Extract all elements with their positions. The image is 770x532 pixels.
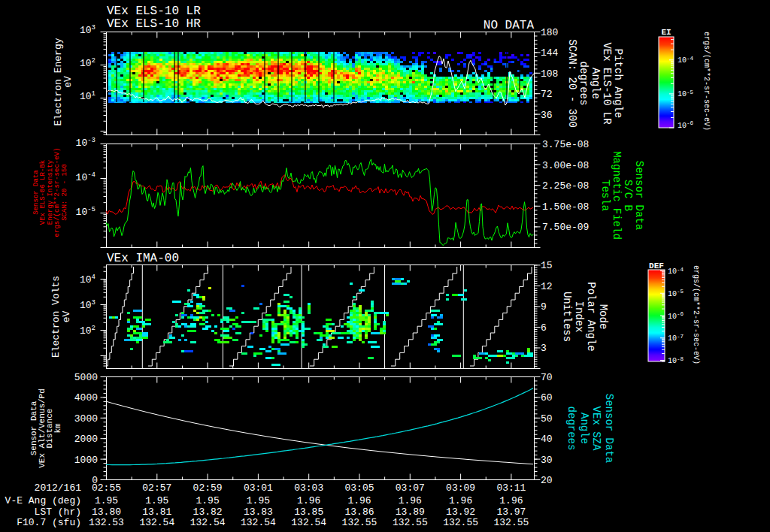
svg-text:144: 144 <box>541 47 559 59</box>
svg-text:13.80: 13.80 <box>92 506 121 518</box>
svg-text:132.54: 132.54 <box>241 517 276 528</box>
svg-text:132.54: 132.54 <box>190 517 226 528</box>
svg-text:Magnetic Field: Magnetic Field <box>611 151 623 240</box>
svg-text:1.96: 1.96 <box>399 495 422 506</box>
svg-text:ergs/(cm**2-sr-sec-eV): ergs/(cm**2-sr-sec-eV) <box>692 265 700 364</box>
svg-text:50: 50 <box>541 413 553 425</box>
svg-text:180: 180 <box>541 27 558 38</box>
svg-text:Mode: Mode <box>597 304 609 330</box>
svg-text:13.92: 13.92 <box>446 506 475 518</box>
svg-text:03:07: 03:07 <box>396 482 425 494</box>
svg-text:2.25e-08: 2.25e-08 <box>542 180 589 192</box>
svg-text:40: 40 <box>541 434 553 445</box>
svg-text:13.89: 13.89 <box>396 506 425 518</box>
svg-text:10-8: 10-8 <box>668 356 684 366</box>
svg-text:Tesla: Tesla <box>599 180 611 211</box>
svg-text:103: 103 <box>80 24 95 36</box>
svg-text:03:11: 03:11 <box>496 482 526 494</box>
svg-text:13.86: 13.86 <box>344 506 374 518</box>
svg-text:Sensor Data: Sensor Data <box>633 161 645 230</box>
svg-text:02:57: 02:57 <box>142 482 171 494</box>
svg-text:Angle: Angle <box>590 68 602 99</box>
svg-text:eV: eV <box>61 311 72 323</box>
svg-text:132.53: 132.53 <box>89 517 124 528</box>
svg-text:20: 20 <box>541 475 553 486</box>
svg-text:1.96: 1.96 <box>347 495 371 506</box>
svg-text:VEx ELS-10 HR: VEx ELS-10 HR <box>107 17 201 31</box>
svg-text:9: 9 <box>541 301 547 313</box>
svg-text:Angle: Angle <box>578 413 590 444</box>
svg-text:3: 3 <box>541 343 547 354</box>
svg-text:132.54: 132.54 <box>139 517 174 528</box>
svg-text:1.95: 1.95 <box>196 495 219 506</box>
svg-text:03:09: 03:09 <box>446 482 475 494</box>
svg-text:02:55: 02:55 <box>92 482 121 494</box>
svg-text:1.95: 1.95 <box>95 495 118 506</box>
svg-text:70: 70 <box>541 372 553 383</box>
svg-text:2012/161: 2012/161 <box>35 482 82 494</box>
svg-text:7.50e-09: 7.50e-09 <box>542 222 589 233</box>
svg-text:10-5: 10-5 <box>76 206 95 218</box>
svg-text:VEx ELS-10 LR: VEx ELS-10 LR <box>107 5 201 18</box>
svg-text:108: 108 <box>541 68 558 80</box>
svg-text:km: km <box>53 423 62 434</box>
svg-text:NO DATA: NO DATA <box>484 19 535 32</box>
svg-text:104: 104 <box>80 274 95 286</box>
svg-text:03:03: 03:03 <box>294 482 323 494</box>
svg-text:4000: 4000 <box>74 392 98 404</box>
svg-text:1000: 1000 <box>74 455 98 466</box>
svg-text:13.81: 13.81 <box>142 506 171 518</box>
svg-text:Sensor Data: Sensor Data <box>603 394 615 463</box>
svg-text:1.96: 1.96 <box>449 495 472 506</box>
svg-text:VEx ELS-10 LR: VEx ELS-10 LR <box>601 42 613 125</box>
svg-text:10-6: 10-6 <box>668 311 684 321</box>
svg-text:3000: 3000 <box>74 413 98 425</box>
svg-text:03:05: 03:05 <box>344 482 374 494</box>
svg-text:1.96: 1.96 <box>499 495 523 506</box>
svg-text:DEF: DEF <box>649 261 664 271</box>
svg-text:13.97: 13.97 <box>496 506 526 518</box>
svg-text:132.55: 132.55 <box>342 517 377 528</box>
svg-text:1.95: 1.95 <box>247 495 270 506</box>
svg-text:Electron Volts: Electron Volts <box>50 276 62 358</box>
svg-text:102: 102 <box>80 57 95 69</box>
svg-text:13.83: 13.83 <box>244 506 273 518</box>
svg-text:60: 60 <box>541 392 553 404</box>
svg-text:V-E Ang (deg): V-E Ang (deg) <box>5 495 81 506</box>
svg-text:15: 15 <box>541 260 553 271</box>
svg-text:Energy Intensity: Energy Intensity <box>47 159 54 225</box>
svg-text:Polar Angle: Polar Angle <box>585 282 597 351</box>
svg-text:101: 101 <box>80 90 95 102</box>
svg-text:10-5: 10-5 <box>678 89 694 99</box>
svg-text:F10.7 (sfu): F10.7 (sfu) <box>17 517 81 528</box>
svg-text:13.85: 13.85 <box>294 506 323 518</box>
svg-text:Pitch Angle: Pitch Angle <box>612 49 624 118</box>
svg-text:72: 72 <box>541 89 553 100</box>
svg-text:30: 30 <box>541 455 553 466</box>
svg-text:1.50e-08: 1.50e-08 <box>542 201 589 213</box>
svg-text:1.95: 1.95 <box>145 495 168 506</box>
svg-text:3.75e-08: 3.75e-08 <box>542 139 589 150</box>
svg-text:132.54: 132.54 <box>291 517 326 528</box>
svg-text:S/C B: S/C B <box>622 180 634 211</box>
svg-text:12: 12 <box>541 281 553 292</box>
svg-text:03:01: 03:01 <box>244 482 273 494</box>
svg-text:Sensor Data: Sensor Data <box>32 170 40 215</box>
svg-text:103: 103 <box>80 299 95 311</box>
svg-text:2000: 2000 <box>74 434 98 445</box>
svg-text:02:59: 02:59 <box>193 482 223 494</box>
svg-text:VEx IMA-00: VEx IMA-00 <box>107 252 179 265</box>
svg-text:10-4: 10-4 <box>668 267 684 277</box>
svg-text:36: 36 <box>541 110 553 121</box>
svg-text:SCAN: 20 - 150: SCAN: 20 - 150 <box>61 164 68 221</box>
svg-text:132.55: 132.55 <box>493 517 529 528</box>
svg-text:degrees: degrees <box>578 62 590 106</box>
svg-text:132.55: 132.55 <box>393 517 428 528</box>
svg-text:10-5: 10-5 <box>668 289 684 298</box>
svg-text:VEx SZA: VEx SZA <box>590 407 602 451</box>
svg-text:5000: 5000 <box>74 372 98 383</box>
svg-text:Index: Index <box>573 301 585 332</box>
svg-text:132.55: 132.55 <box>443 517 478 528</box>
svg-text:degrees: degrees <box>565 407 578 451</box>
svg-text:SCAN: 20 - 300: SCAN: 20 - 300 <box>566 39 578 128</box>
